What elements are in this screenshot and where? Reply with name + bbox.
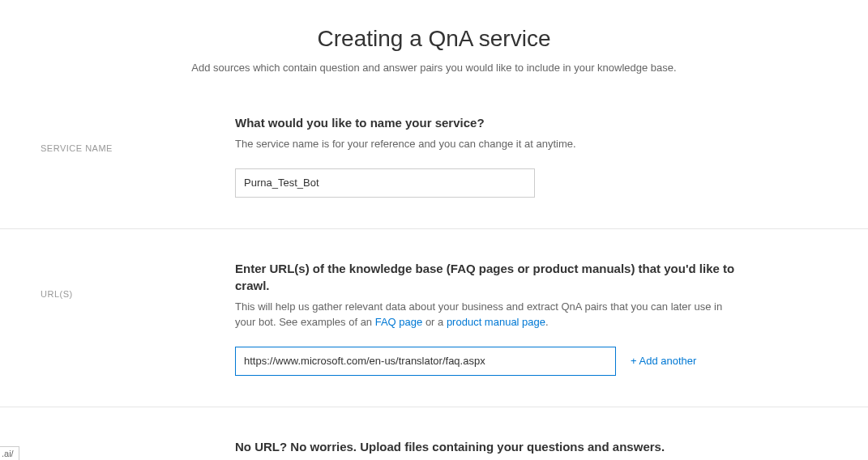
status-bar: .ai/	[0, 446, 19, 460]
url-input-row: + Add another	[235, 347, 738, 376]
files-section: FILES No URL? No worries. Upload files c…	[0, 438, 868, 461]
page-subtitle: Add sources which contain question and a…	[0, 62, 868, 74]
urls-label: URL(S)	[41, 260, 235, 376]
service-name-label: SERVICE NAME	[41, 114, 235, 198]
service-name-content: What would you like to name your service…	[235, 114, 738, 198]
files-content: No URL? No worries. Upload files contain…	[235, 438, 738, 461]
files-label: FILES	[41, 438, 235, 461]
service-name-description: The service name is for your reference a…	[235, 136, 738, 152]
faq-page-link[interactable]: FAQ page	[375, 316, 423, 328]
url-input[interactable]	[235, 347, 616, 376]
urls-description: This will help us gather relevant data a…	[235, 299, 738, 330]
urls-section: URL(S) Enter URL(s) of the knowledge bas…	[0, 260, 868, 407]
add-another-button[interactable]: + Add another	[631, 355, 696, 367]
urls-heading: Enter URL(s) of the knowledge base (FAQ …	[235, 260, 738, 294]
service-name-heading: What would you like to name your service…	[235, 114, 738, 131]
service-name-section: SERVICE NAME What would you like to name…	[0, 114, 868, 229]
urls-content: Enter URL(s) of the knowledge base (FAQ …	[235, 260, 738, 376]
product-manual-link[interactable]: product manual page	[447, 316, 545, 328]
files-heading: No URL? No worries. Upload files contain…	[235, 438, 738, 455]
service-name-input[interactable]	[235, 168, 535, 198]
urls-desc-2: or a	[422, 316, 447, 328]
urls-desc-3: .	[545, 316, 549, 328]
page-title: Creating a QnA service	[0, 26, 868, 52]
